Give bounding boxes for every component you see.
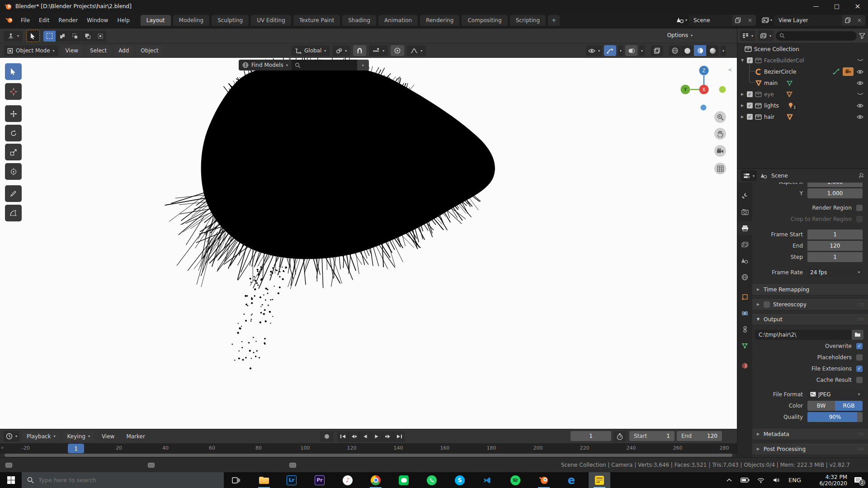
eye-open-icon[interactable]	[857, 103, 863, 108]
collection-checkbox[interactable]: ✓	[747, 114, 753, 120]
tool-measure[interactable]	[5, 205, 22, 221]
menu-help[interactable]: Help	[113, 15, 134, 25]
taskbar-lightroom[interactable]: Lr	[281, 472, 302, 488]
viewport-menu-view[interactable]: View	[61, 46, 83, 56]
expand-arrow-icon[interactable]: ▼	[740, 58, 745, 62]
editor-type-timeline-dropdown[interactable]: ▾	[4, 431, 19, 442]
workspace-tab-animation[interactable]: Animation	[378, 15, 418, 26]
select-mode-intersect-icon[interactable]	[94, 31, 106, 42]
taskbar-premiere[interactable]: Pr	[309, 472, 330, 488]
output-path-field[interactable]: C:\tmp\hair\2\	[755, 330, 852, 340]
tray-volume-icon[interactable]	[769, 472, 783, 488]
frame-start-header-field[interactable]: Start 1	[629, 431, 675, 441]
select-mode-set-icon[interactable]	[43, 31, 56, 42]
frame-rate-dropdown[interactable]: 24 fps ▾	[807, 267, 863, 277]
expand-arrow-icon[interactable]: ▶	[740, 103, 745, 108]
proportional-editing-icon[interactable]	[391, 45, 404, 56]
eye-closed-icon[interactable]	[857, 59, 863, 62]
add-workspace-button[interactable]: +	[548, 15, 560, 26]
overlays-toggle-icon[interactable]	[625, 45, 637, 56]
taskbar-line[interactable]	[393, 472, 415, 488]
menu-edit[interactable]: Edit	[34, 15, 54, 25]
panel-post-processing[interactable]: ▶ Post Processing ∷∷	[752, 443, 868, 455]
viewport-3d[interactable]: Z Y X <	[0, 58, 737, 429]
maximize-button[interactable]: □	[826, 0, 847, 12]
workspace-tab-modeling[interactable]: Modeling	[173, 15, 210, 26]
minimize-button[interactable]: —	[806, 0, 826, 12]
tool-select-box[interactable]	[5, 63, 22, 80]
start-button[interactable]	[0, 472, 22, 488]
tab-view-layer[interactable]	[737, 238, 752, 251]
editor-type-properties-dropdown[interactable]: ▾	[741, 170, 757, 181]
expand-arrow-icon[interactable]: ▶	[740, 92, 745, 96]
auto-keying-record-icon[interactable]	[320, 431, 334, 442]
eye-closed-icon[interactable]	[857, 93, 863, 96]
cache-result-checkbox[interactable]	[856, 377, 863, 383]
options-dropdown[interactable]: Options▾	[663, 30, 697, 40]
pivot-point-dropdown[interactable]: ▾	[332, 45, 350, 56]
menu-render[interactable]: Render	[54, 15, 82, 25]
outliner-row-scene-collection[interactable]: Scene Collection	[737, 43, 868, 55]
frame-end-header-field[interactable]: End 120	[677, 431, 722, 441]
taskbar-active-app[interactable]	[589, 472, 610, 488]
crop-render-region-checkbox[interactable]	[856, 216, 863, 222]
frame-step-field[interactable]: 1	[807, 252, 863, 262]
viewport-pan-hand-icon[interactable]	[714, 128, 726, 140]
outliner-search-input[interactable]	[776, 31, 857, 41]
taskbar-chrome[interactable]	[365, 472, 387, 488]
taskbar-search[interactable]	[22, 472, 224, 488]
xray-toggle-icon[interactable]	[651, 45, 663, 56]
play-reverse-icon[interactable]	[360, 431, 371, 442]
taskbar-blender[interactable]	[533, 472, 555, 488]
viewport-menu-select[interactable]: Select	[85, 46, 111, 56]
eye-open-icon[interactable]	[857, 70, 863, 74]
shading-wireframe-icon[interactable]	[669, 45, 681, 56]
gizmos-toggle-icon[interactable]	[604, 45, 616, 56]
panel-metadata[interactable]: ▶ Metadata ∷∷	[752, 428, 868, 440]
menu-file[interactable]: File	[16, 15, 34, 25]
outliner-row-main[interactable]: main	[737, 77, 868, 89]
frame-end-field[interactable]: 120	[807, 241, 863, 251]
eye-open-icon[interactable]	[857, 115, 863, 119]
tool-transform[interactable]	[5, 163, 22, 180]
outliner-row-beziercircle[interactable]: BezierCircle	[737, 66, 868, 77]
pin-icon[interactable]	[859, 173, 864, 179]
tab-object[interactable]	[737, 290, 752, 304]
blender-menu-logo-icon[interactable]	[5, 17, 14, 23]
jump-to-start-icon[interactable]	[337, 431, 349, 442]
find-models-dropdown[interactable]: Find Models▾	[239, 60, 292, 70]
workspace-tab-shading[interactable]: Shading	[342, 15, 376, 26]
navigation-gizmo[interactable]: Z Y X	[675, 61, 734, 113]
tab-world[interactable]	[737, 270, 752, 284]
tray-battery-icon[interactable]	[738, 472, 752, 488]
file-extensions-checkbox[interactable]: ✓	[856, 366, 863, 372]
current-frame-indicator[interactable]: 1	[68, 444, 84, 453]
current-frame-field[interactable]: 1	[571, 431, 611, 441]
tray-clock[interactable]: 4:32 PM 6/20/2020	[806, 472, 847, 488]
snap-toggle-magnet-icon[interactable]	[353, 45, 366, 56]
workspace-tab-compositing[interactable]: Compositing	[462, 15, 507, 26]
active-tool-select-box-icon[interactable]	[26, 30, 40, 42]
outliner-filter-icon[interactable]	[859, 33, 865, 39]
timeline-menu-playback[interactable]: Playback▾	[22, 432, 60, 441]
tool-scale[interactable]	[5, 144, 22, 160]
render-region-checkbox[interactable]	[856, 205, 863, 211]
shading-solid-icon[interactable]	[681, 45, 693, 56]
model-search-input[interactable]	[292, 60, 357, 70]
tray-hidden-icons-chevron[interactable]	[722, 472, 736, 488]
expand-arrow-icon[interactable]: ▶	[740, 115, 745, 119]
select-mode-invert-icon[interactable]	[81, 31, 94, 42]
shading-dropdown[interactable]: ▾	[721, 45, 726, 56]
tab-render[interactable]	[737, 205, 752, 219]
timeline-menu-keying[interactable]: Keying▾	[63, 432, 94, 441]
panel-time-remapping[interactable]: ▶ Time Remapping	[752, 283, 868, 296]
tab-constraints[interactable]	[737, 323, 752, 336]
overwrite-checkbox[interactable]: ✓	[856, 343, 863, 349]
taskbar-whatsapp[interactable]	[421, 472, 443, 488]
timeline-scrollbar[interactable]	[5, 454, 732, 457]
color-bw-button[interactable]: BW	[807, 401, 835, 411]
collection-checkbox[interactable]: ✓	[747, 91, 753, 97]
quality-slider[interactable]: 90%	[807, 412, 863, 422]
tray-language[interactable]: ENG	[786, 472, 804, 488]
panel-stereoscopy[interactable]: ▶ Stereoscopy ∷∷	[752, 298, 868, 310]
